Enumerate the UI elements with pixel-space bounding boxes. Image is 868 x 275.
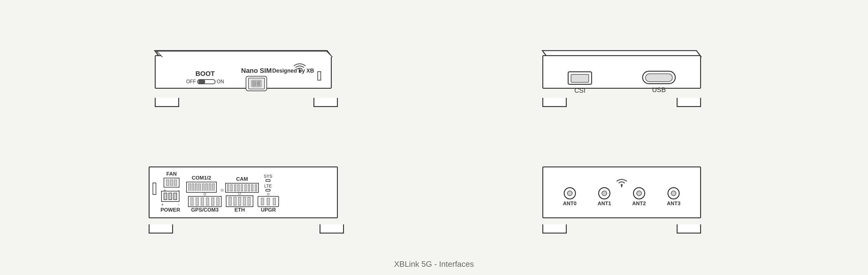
- com12-connector-group: COM1/2: [186, 175, 217, 193]
- fan-connector-group: FAN +-: [163, 171, 180, 193]
- eth-connector-group: ETH: [226, 193, 253, 214]
- cam-connector-group: CAM: [225, 176, 259, 193]
- sys-label: SYS: [264, 174, 272, 179]
- foot-right: [313, 98, 338, 107]
- dot-upgr: [267, 193, 270, 196]
- ant3-connector: [668, 187, 680, 199]
- designed-label: Designed by XB: [272, 68, 314, 74]
- diagram-bottom-left: FAN +- COM1/2: [71, 144, 422, 253]
- gps-connector: [188, 196, 222, 207]
- caption: XBLink 5G - Interfaces: [394, 260, 474, 269]
- diagram-top-right: CSI USB: [446, 22, 797, 131]
- sim-label: Nano SIM: [241, 67, 272, 75]
- upgr-connector: [257, 196, 279, 207]
- diagrams-grid: BOOT OFF ON Nano SIM: [53, 15, 815, 260]
- fan-label: FAN: [166, 171, 177, 177]
- csi-port: CSI: [568, 71, 592, 95]
- boot-label: BOOT: [186, 70, 224, 78]
- antenna-row: ANT0 ANT1 ANT2: [552, 187, 691, 207]
- power-label: POWER: [160, 207, 180, 213]
- br-foot-right: [677, 225, 701, 234]
- dot-eth: [238, 193, 241, 195]
- ant1-group: ANT1: [597, 187, 611, 207]
- on-label: ON: [217, 79, 224, 84]
- bl-foot-left: [149, 225, 173, 234]
- ant2-connector: [633, 187, 645, 199]
- upgr-label: UPGR: [261, 207, 276, 213]
- bl-side-bump: [153, 183, 156, 195]
- com12-label: COM1/2: [192, 175, 211, 181]
- br-foot-left: [542, 225, 567, 234]
- ant2-label: ANT2: [632, 201, 646, 207]
- eth-connector: [226, 196, 253, 207]
- cam-label: CAM: [236, 176, 248, 182]
- sim-chip: [248, 78, 265, 89]
- bl-foot-right: [319, 225, 344, 234]
- svg-rect-4: [257, 81, 260, 83]
- svg-rect-3: [253, 81, 256, 86]
- ant0-group: ANT0: [563, 187, 577, 207]
- lte-led: LTE: [264, 183, 272, 192]
- ant1-label: ANT1: [597, 201, 611, 207]
- svg-rect-5: [257, 84, 260, 86]
- sys-led: SYS: [264, 174, 272, 182]
- tr-foot-left: [542, 98, 567, 107]
- gps-connector-group: GPS/COM3: [188, 193, 222, 214]
- tr-foot-right: [677, 98, 701, 107]
- ant0-label: ANT0: [563, 201, 577, 207]
- fan-connector: [163, 178, 180, 187]
- ant0-connector: [564, 187, 576, 199]
- eth-label: ETH: [235, 207, 245, 213]
- diagram-bottom-right: ANT0 ANT1 ANT2: [446, 144, 797, 253]
- page: BOOT OFF ON Nano SIM: [0, 0, 868, 275]
- lte-label: LTE: [264, 183, 272, 188]
- boot-switch-track[interactable]: [197, 79, 215, 84]
- gps-label: GPS/COM3: [191, 207, 219, 213]
- ant1-connector: [598, 187, 611, 199]
- ant2-group: ANT2: [632, 187, 646, 207]
- diagram-top-left: BOOT OFF ON Nano SIM: [71, 22, 422, 131]
- off-label: OFF: [186, 79, 196, 84]
- ant3-group: ANT3: [667, 187, 680, 207]
- usb-label: USB: [642, 86, 676, 94]
- side-bump: [317, 71, 321, 80]
- power-connector: [161, 191, 180, 202]
- svg-point-8: [621, 184, 623, 186]
- csi-label: CSI: [568, 87, 592, 95]
- boot-switch-knob: [198, 80, 205, 83]
- power-connector-group: +- POWER: [160, 191, 180, 214]
- dot-gps-left: [204, 193, 206, 196]
- sim-slot: [246, 76, 267, 91]
- foot-left: [155, 98, 179, 107]
- upgr-connector-group: UPGR: [257, 193, 279, 214]
- ant3-label: ANT3: [667, 201, 680, 207]
- led-group: SYS LTE: [264, 174, 272, 192]
- usb-port: USB: [642, 71, 676, 94]
